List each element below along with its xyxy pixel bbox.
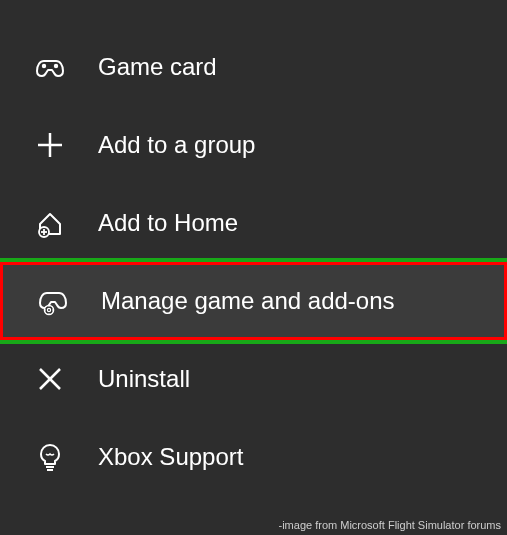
menu-item-uninstall[interactable]: Uninstall — [0, 340, 507, 418]
context-menu: Game card Add to a group Add to Home — [0, 0, 507, 496]
menu-item-label: Add to a group — [98, 131, 255, 159]
attribution-text: -image from Microsoft Flight Simulator f… — [279, 519, 502, 531]
menu-item-label: Game card — [98, 53, 217, 81]
controller-icon — [28, 45, 72, 89]
menu-item-label: Manage game and add-ons — [101, 287, 395, 315]
menu-item-add-to-group[interactable]: Add to a group — [0, 106, 507, 184]
menu-item-label: Add to Home — [98, 209, 238, 237]
menu-item-game-card[interactable]: Game card — [0, 28, 507, 106]
svg-point-1 — [55, 65, 57, 67]
menu-item-add-to-home[interactable]: Add to Home — [0, 184, 507, 262]
menu-item-manage-game[interactable]: Manage game and add-ons — [0, 262, 507, 340]
plus-icon — [28, 123, 72, 167]
lightbulb-icon — [28, 435, 72, 479]
home-plus-icon — [28, 201, 72, 245]
menu-item-label: Xbox Support — [98, 443, 243, 471]
menu-item-xbox-support[interactable]: Xbox Support — [0, 418, 507, 496]
controller-gear-icon — [31, 279, 75, 323]
menu-item-label: Uninstall — [98, 365, 190, 393]
close-icon — [28, 357, 72, 401]
svg-point-0 — [43, 65, 45, 67]
svg-point-7 — [45, 306, 54, 315]
